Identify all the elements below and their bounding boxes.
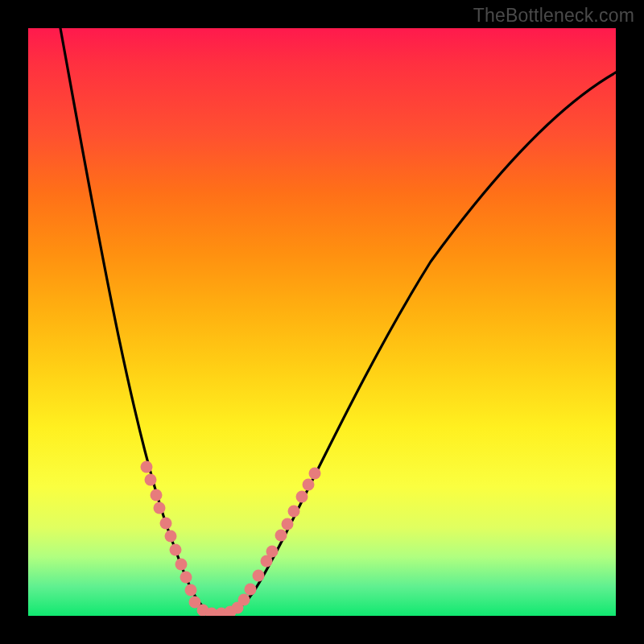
data-point <box>253 570 265 582</box>
watermark-text: TheBottleneck.com <box>473 5 634 27</box>
data-point <box>245 584 257 596</box>
data-point <box>175 559 188 571</box>
data-point <box>266 546 279 558</box>
outer-frame: TheBottleneck.com <box>0 0 644 644</box>
data-point <box>296 491 308 503</box>
data-point <box>275 530 287 542</box>
data-point <box>288 506 300 518</box>
data-point <box>185 584 197 597</box>
data-point <box>141 461 153 473</box>
data-point <box>238 594 250 606</box>
data-point <box>160 518 172 530</box>
chart-svg <box>28 28 616 616</box>
bottleneck-curve <box>60 28 616 614</box>
data-point <box>282 518 294 530</box>
data-point <box>309 468 321 480</box>
data-point <box>165 530 177 543</box>
data-point <box>151 489 163 502</box>
data-point <box>154 502 166 514</box>
data-point <box>303 479 315 491</box>
dots-group <box>141 461 321 617</box>
plot-area <box>28 28 616 616</box>
data-point <box>180 572 192 584</box>
data-point <box>170 544 182 556</box>
data-point <box>145 474 157 486</box>
